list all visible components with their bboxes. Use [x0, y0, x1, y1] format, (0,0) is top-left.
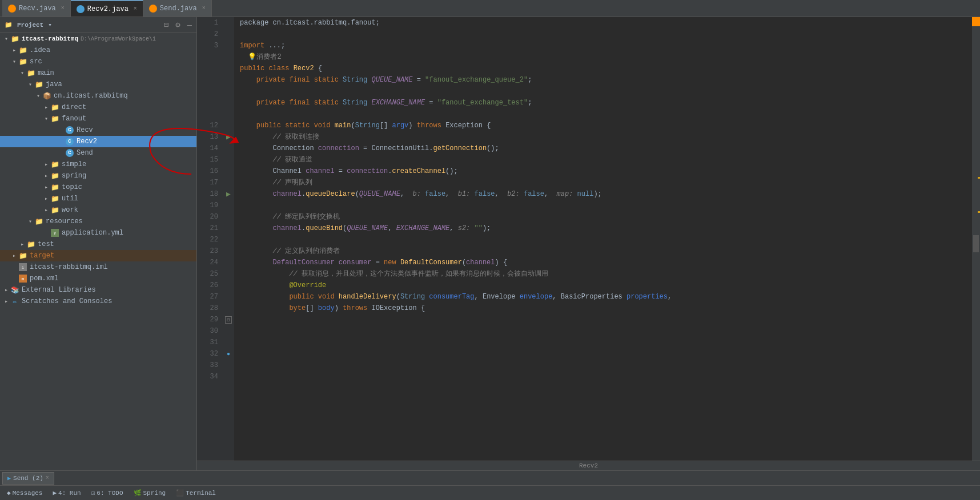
run-label: 4: Run — [58, 490, 81, 497]
tab-recv2[interactable]: Recv2.java × — [71, 0, 143, 17]
topic-label: topic — [62, 183, 82, 191]
work-label: work — [62, 206, 78, 214]
gutter-area: ▶ ▶ ⊟ ● — [223, 17, 234, 461]
idea-label: .idea — [30, 46, 50, 54]
line-numbers: 1 2 3 12 13 14 15 16 17 18 19 20 21 22 — [197, 17, 223, 461]
tab-send[interactable]: Send.java × — [143, 0, 212, 17]
sidebar-item-recv2[interactable]: ▸ C Recv2 — [0, 136, 196, 147]
target-label: target — [30, 252, 54, 260]
code-line-17 — [240, 108, 966, 120]
scroll-thumb[interactable] — [973, 235, 979, 252]
editor-filename: Recv2 — [197, 461, 980, 470]
sidebar-item-test[interactable]: ▸ 📁 test — [0, 239, 196, 250]
code-line-3: import ...; — [240, 40, 966, 51]
bottom-tab-send2[interactable]: ▶ Send (2) × — [2, 472, 54, 485]
collapse-all-icon[interactable]: ⊟ — [164, 20, 168, 30]
sidebar-item-send[interactable]: ▸ C Send — [0, 147, 196, 159]
messages-icon: ◆ — [7, 489, 11, 497]
code-line-18: public static void main ( String [] argv… — [240, 120, 966, 131]
terminal-label: Terminal — [186, 490, 216, 497]
settings-icon[interactable]: ⚙ — [175, 20, 180, 30]
tab-send-close[interactable]: × — [202, 5, 206, 11]
main-label: main — [38, 69, 54, 77]
sidebar-item-resources[interactable]: ▾ 📁 resources — [0, 216, 196, 227]
recv2-file-icon — [77, 5, 85, 13]
code-content[interactable]: package cn.itcast.rabbitmq.fanout; impor… — [234, 17, 972, 461]
idea-arrow: ▸ — [10, 47, 18, 54]
package-arrow: ▾ — [34, 92, 42, 99]
sidebar-item-applicationyml[interactable]: ▸ y application.yml — [0, 227, 196, 239]
tab-recv[interactable]: Recv.java × — [2, 0, 71, 17]
sidebar-item-scratches[interactable]: ▸ ✏️ Scratches and Consoles — [0, 296, 196, 307]
messages-label: Messages — [13, 490, 43, 497]
code-line-19: // 获取到连接 — [240, 131, 966, 143]
line30-fold: ⊟ — [223, 314, 234, 325]
line33-indicator: ● — [223, 348, 234, 360]
minimize-icon[interactable]: — — [187, 21, 192, 30]
tab-recv-close[interactable]: × — [61, 5, 65, 11]
scroll-marker-2 — [978, 211, 980, 213]
runbar-run[interactable]: ▶ 4: Run — [49, 489, 84, 497]
todo-label: 6: TODO — [97, 490, 123, 497]
code-line-24: channel . queueDeclare ( QUEUE_NAME , b:… — [240, 188, 966, 200]
sidebar-item-direct[interactable]: ▸ 📁 direct — [0, 102, 196, 113]
sidebar-item-main[interactable]: ▾ 📁 main — [0, 67, 196, 79]
util-folder-icon: 📁 — [50, 194, 59, 203]
project-dropdown-icon[interactable]: ▾ — [48, 21, 52, 29]
send-tab-close[interactable]: × — [46, 475, 49, 481]
project-root[interactable]: ▾ 📁 itcast-rabbitmq D:\AProgramWorkSpace… — [0, 33, 196, 45]
runbar-todo[interactable]: ☑ 6: TODO — [88, 489, 127, 497]
src-arrow: ▾ — [10, 58, 18, 65]
root-arrow: ▾ — [2, 35, 10, 42]
project-path: D:\AProgramWorkSpace\i — [81, 36, 156, 42]
util-label: util — [62, 195, 78, 203]
tab-recv2-close[interactable]: × — [134, 6, 137, 12]
iml-label: itcast-rabbitmq.iml — [30, 263, 108, 271]
recv-java-icon: C — [65, 126, 74, 135]
sidebar-item-idea[interactable]: ▸ 📁 .idea — [0, 45, 196, 56]
send-tab-icon: ▶ — [7, 475, 11, 482]
project-name: itcast-rabbitmq — [22, 35, 78, 42]
project-header: 📁 Project ▾ ⊟ ⚙ — — [0, 17, 196, 33]
code-line-14: private final static String QUEUE_NAME =… — [240, 74, 966, 86]
sidebar-item-iml[interactable]: ▸ i itcast-rabbitmq.iml — [0, 261, 196, 273]
runbar-terminal[interactable]: ⬛ Terminal — [172, 489, 219, 497]
sidebar-item-work[interactable]: ▸ 📁 work — [0, 204, 196, 216]
sidebar-item-package[interactable]: ▾ 📦 cn.itcast.rabbitmq — [0, 90, 196, 102]
src-label: src — [30, 58, 42, 66]
test-arrow: ▸ — [18, 241, 26, 248]
runbar-messages[interactable]: ◆ Messages — [3, 489, 46, 497]
recv-file-icon — [8, 5, 16, 13]
extlibs-label: External Libraries — [22, 286, 96, 294]
right-scrollbar[interactable] — [972, 17, 980, 461]
sidebar-item-extlibs[interactable]: ▸ 📚 External Libraries — [0, 284, 196, 296]
tab-bar: Recv.java × Recv2.java × Send.java × — [0, 0, 980, 17]
runbar-spring[interactable]: 🌿 Spring — [130, 489, 170, 497]
code-line-22: Channel channel = connection . createCha… — [240, 166, 966, 177]
sidebar-item-java[interactable]: ▾ 📁 java — [0, 79, 196, 90]
target-arrow: ▸ — [10, 252, 18, 259]
fanout-label: fanout — [62, 115, 86, 123]
sidebar-item-recv[interactable]: ▸ C Recv — [0, 124, 196, 136]
test-folder-icon: 📁 — [26, 240, 35, 249]
send-label: Send — [77, 149, 93, 157]
sidebar-item-topic[interactable]: ▸ 📁 topic — [0, 182, 196, 193]
sidebar: 📁 Project ▾ ⊟ ⚙ — ▾ 📁 itcast-rabbitmq D:… — [0, 17, 197, 470]
sidebar-item-src[interactable]: ▾ 📁 src — [0, 56, 196, 67]
util-arrow: ▸ — [42, 195, 50, 202]
iml-icon: i — [18, 263, 27, 272]
direct-arrow: ▸ — [42, 104, 50, 111]
applicationyml-label: application.yml — [62, 229, 123, 237]
code-line-25 — [240, 200, 966, 211]
sidebar-item-pomxml[interactable]: ▸ m pom.xml — [0, 273, 196, 284]
fanout-arrow: ▾ — [42, 115, 50, 122]
direct-folder-icon: 📁 — [50, 103, 59, 112]
line18-arrow: ▶ — [223, 188, 234, 200]
project-icon: 📁 — [5, 21, 13, 29]
recv2-java-icon: C — [65, 137, 74, 146]
sidebar-item-target[interactable]: ▸ 📁 target — [0, 250, 196, 261]
sidebar-item-simple[interactable]: ▸ 📁 simple — [0, 159, 196, 170]
sidebar-item-fanout[interactable]: ▾ 📁 fanout — [0, 113, 196, 124]
sidebar-item-spring[interactable]: ▸ 📁 spring — [0, 170, 196, 182]
sidebar-item-util[interactable]: ▸ 📁 util — [0, 193, 196, 204]
